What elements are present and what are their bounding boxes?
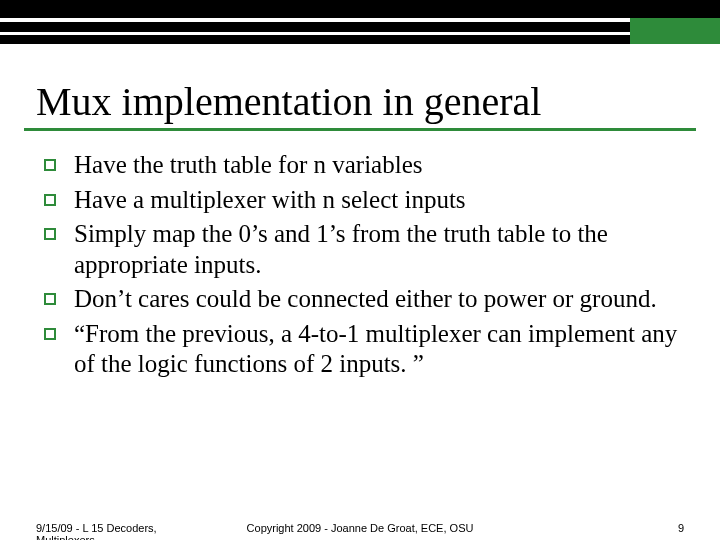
bar-segment <box>0 18 720 32</box>
decorative-top-bars <box>0 0 720 50</box>
square-bullet-icon <box>44 194 56 206</box>
list-item: Have the truth table for n variables <box>44 150 684 181</box>
list-item-text: Don’t cares could be connected either to… <box>74 284 657 315</box>
square-bullet-icon <box>44 228 56 240</box>
square-bullet-icon <box>44 159 56 171</box>
bar-segment <box>0 32 720 44</box>
list-item-text: Have a multiplexer with n select inputs <box>74 185 466 216</box>
title-underline <box>24 128 696 131</box>
list-item: “From the previous, a 4-to-1 multiplexer… <box>44 319 684 380</box>
list-item-text: Simply map the 0’s and 1’s from the trut… <box>74 219 684 280</box>
square-bullet-icon <box>44 328 56 340</box>
footer-date-line2: Multiplexers <box>36 534 196 540</box>
list-item-text: Have the truth table for n variables <box>74 150 422 181</box>
bar-segment <box>0 0 720 18</box>
bullet-list: Have the truth table for n variables Hav… <box>44 150 684 384</box>
list-item: Simply map the 0’s and 1’s from the trut… <box>44 219 684 280</box>
square-bullet-icon <box>44 293 56 305</box>
slide: Mux implementation in general Have the t… <box>0 0 720 540</box>
list-item: Don’t cares could be connected either to… <box>44 284 684 315</box>
list-item: Have a multiplexer with n select inputs <box>44 185 684 216</box>
footer-page-number: 9 <box>678 522 684 534</box>
slide-title: Mux implementation in general <box>36 78 686 125</box>
accent-block <box>630 18 720 44</box>
footer-copyright: Copyright 2009 - Joanne De Groat, ECE, O… <box>0 522 720 534</box>
list-item-text: “From the previous, a 4-to-1 multiplexer… <box>74 319 684 380</box>
